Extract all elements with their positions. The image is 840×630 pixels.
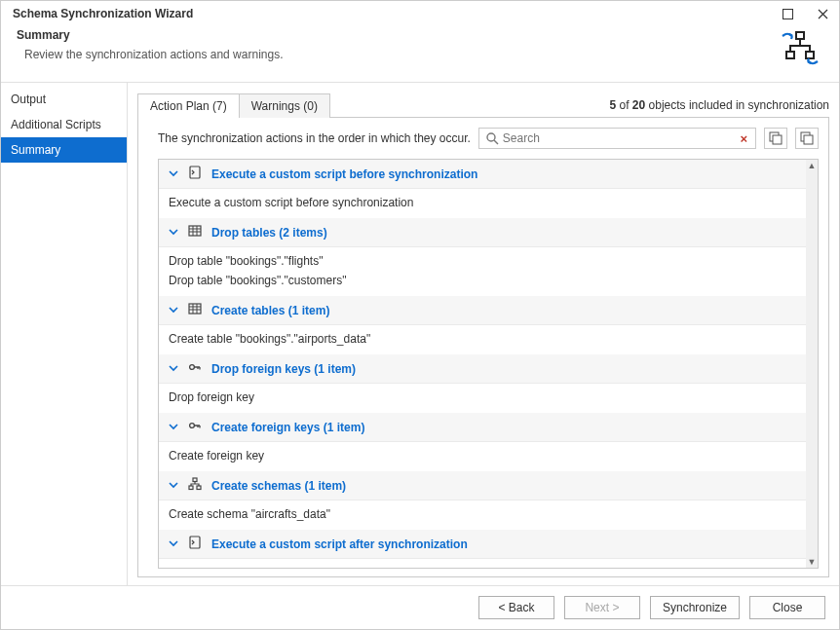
table-icon <box>188 302 202 318</box>
close-wizard-button[interactable]: Close <box>749 596 825 619</box>
group-title: Execute a custom script before synchroni… <box>211 167 477 181</box>
svg-rect-15 <box>189 486 193 490</box>
chevron-down-icon <box>169 304 178 317</box>
group-title: Create tables (1 item) <box>211 304 329 317</box>
group-title: Create foreign keys (1 item) <box>211 421 364 434</box>
next-button: Next > <box>564 596 640 619</box>
schema-icon <box>188 477 202 494</box>
toolbar: The synchronization actions in the order… <box>138 118 828 155</box>
group-body: Drop table "bookings"."flights"Drop tabl… <box>159 247 806 296</box>
group-title: Drop tables (2 items) <box>211 226 327 240</box>
tab-content: The synchronization actions in the order… <box>137 117 829 577</box>
group-header[interactable]: Create foreign keys (1 item) <box>159 413 806 442</box>
action-line: Drop table "bookings"."customers" <box>169 271 806 290</box>
tab-warnings[interactable]: Warnings (0) <box>239 93 330 118</box>
chevron-down-icon <box>169 362 178 376</box>
sidebar-item-label: Additional Scripts <box>11 118 101 131</box>
group-body: Drop foreign key <box>159 384 806 413</box>
inclusion-status: 5 of 20 objects included in synchronizat… <box>609 98 829 112</box>
script-icon <box>188 536 202 552</box>
toolbar-label: The synchronization actions in the order… <box>158 131 471 145</box>
chevron-down-icon <box>169 167 178 181</box>
wizard-logo-icon <box>781 30 820 70</box>
scroll-up-icon[interactable]: ▲ <box>806 160 818 171</box>
sidebar-item-additional-scripts[interactable]: Additional Scripts <box>1 112 127 137</box>
action-line: Create schema "aircrafts_data" <box>169 504 806 524</box>
svg-point-12 <box>190 365 195 370</box>
group-body: Create schema "aircrafts_data" <box>159 500 806 530</box>
action-line: Create table "bookings"."airports_data" <box>169 329 806 349</box>
action-line: Create foreign key <box>169 446 806 465</box>
expand-all-button[interactable] <box>764 128 787 149</box>
titlebar: Schema Synchronization Wizard <box>1 1 839 24</box>
tab-count: (7) <box>212 99 227 113</box>
search-input[interactable] <box>499 131 739 145</box>
wizard-window: Schema Synchronization Wizard Summary Re… <box>0 0 840 630</box>
back-button[interactable]: < Back <box>478 596 554 619</box>
action-line: Drop foreign key <box>169 388 806 407</box>
svg-rect-10 <box>189 226 201 236</box>
chevron-down-icon <box>169 421 178 434</box>
page-title: Summary <box>17 28 283 42</box>
group-body: Execute a custom script before synchroni… <box>159 189 806 218</box>
svg-rect-8 <box>804 135 813 144</box>
sidebar-item-label: Output <box>11 93 46 106</box>
sidebar: Output Additional Scripts Summary <box>1 83 128 585</box>
tabbar: Action Plan (7) Warnings (0) 5 of 20 obj… <box>137 93 829 117</box>
total-count: 20 <box>632 98 645 112</box>
window-title: Schema Synchronization Wizard <box>13 7 193 20</box>
action-list: Execute a custom script before synchroni… <box>158 159 819 569</box>
group-header[interactable]: Drop tables (2 items) <box>159 218 806 247</box>
group-body: Create foreign key <box>159 442 806 471</box>
close-button[interactable] <box>816 7 829 20</box>
group-title: Drop foreign keys (1 item) <box>211 362 356 376</box>
maximize-button[interactable] <box>781 7 794 20</box>
key-icon <box>188 419 202 435</box>
group-header[interactable]: Create tables (1 item) <box>159 296 806 325</box>
table-icon <box>188 224 202 241</box>
tab-action-plan[interactable]: Action Plan (7) <box>137 93 240 118</box>
svg-rect-0 <box>783 9 792 19</box>
tab-count: (0) <box>303 99 318 113</box>
tab-label: Warnings <box>251 99 300 113</box>
wizard-header: Summary Review the synchronization actio… <box>1 24 839 83</box>
action-line: Drop table "bookings"."flights" <box>169 251 806 271</box>
collapse-all-button[interactable] <box>795 128 819 149</box>
svg-point-13 <box>190 424 195 428</box>
tab-label: Action Plan <box>150 99 210 113</box>
svg-rect-11 <box>189 304 201 314</box>
svg-rect-1 <box>796 32 804 39</box>
action-line: Execute a custom script after synchroniz… <box>169 563 806 568</box>
chevron-down-icon <box>169 226 178 240</box>
group-header[interactable]: Create schemas (1 item) <box>159 471 806 500</box>
search-icon <box>485 131 499 145</box>
svg-rect-17 <box>190 537 200 548</box>
svg-rect-9 <box>190 167 200 178</box>
svg-rect-2 <box>786 52 794 58</box>
group-header[interactable]: Drop foreign keys (1 item) <box>159 354 806 384</box>
svg-rect-14 <box>193 478 197 482</box>
sidebar-item-summary[interactable]: Summary <box>1 137 127 163</box>
window-controls <box>781 7 829 20</box>
clear-search-icon[interactable]: × <box>738 131 749 146</box>
scrollbar[interactable]: ▲ ▼ <box>806 160 818 568</box>
group-body: Create table "bookings"."airports_data" <box>159 325 806 354</box>
group-header[interactable]: Execute a custom script after synchroniz… <box>159 530 806 559</box>
wizard-body: Output Additional Scripts Summary Action… <box>1 83 839 585</box>
group-header[interactable]: Execute a custom script before synchroni… <box>159 160 806 189</box>
svg-point-4 <box>487 133 495 141</box>
synchronize-button[interactable]: Synchronize <box>650 596 740 619</box>
group-body: Execute a custom script after synchroniz… <box>159 559 806 568</box>
scroll-down-icon[interactable]: ▼ <box>806 556 818 568</box>
search-field[interactable]: × <box>478 128 756 149</box>
svg-rect-6 <box>773 135 782 144</box>
main-panel: Action Plan (7) Warnings (0) 5 of 20 obj… <box>128 83 839 585</box>
action-line: Execute a custom script before synchroni… <box>169 193 806 212</box>
chevron-down-icon <box>169 537 178 551</box>
footer: < Back Next > Synchronize Close <box>1 585 839 629</box>
script-icon <box>188 166 202 182</box>
svg-rect-16 <box>197 486 201 490</box>
page-description: Review the synchronization actions and w… <box>24 48 283 61</box>
svg-rect-3 <box>806 52 814 58</box>
sidebar-item-output[interactable]: Output <box>1 87 127 112</box>
